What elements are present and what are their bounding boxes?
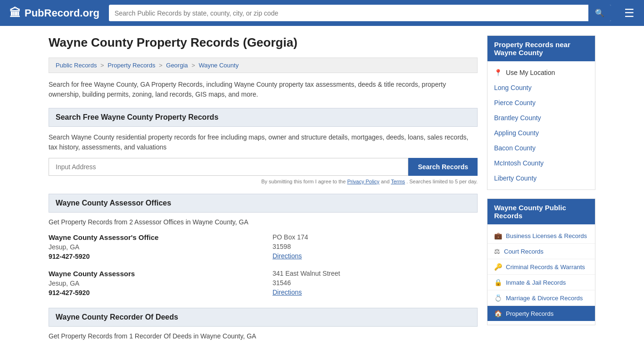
address-input[interactable]: [49, 158, 408, 176]
public-records-box-header: Wayne County Public Records: [487, 199, 595, 224]
marriage-records-label: Marriage & Divorce Records: [506, 295, 583, 302]
page-container: Wayne County Property Records (Georgia) …: [39, 26, 605, 349]
office-name-1: Wayne County Assessor's Office: [49, 233, 254, 241]
court-records-label: Court Records: [504, 248, 544, 255]
pub-item-criminal-records[interactable]: 🔑 Criminal Records & Warrants: [487, 259, 595, 275]
office-zip-1: 31598: [272, 243, 478, 250]
breadcrumb-sep-2: >: [159, 62, 164, 69]
breadcrumb-wayne-county[interactable]: Wayne County: [198, 62, 239, 69]
brantley-county-label: Brantley County: [494, 114, 541, 122]
sidebar-item-pierce-county[interactable]: Pierce County: [487, 95, 595, 110]
site-logo[interactable]: 🏛 PubRecord.org: [9, 7, 99, 20]
office-name-2: Wayne County Assessors: [49, 270, 254, 278]
appling-county-label: Appling County: [494, 129, 539, 137]
inmate-records-label: Inmate & Jail Records: [506, 279, 566, 286]
logo-text: PubRecord.org: [25, 7, 99, 19]
office-city-2: Jesup, GA: [49, 280, 254, 287]
property-icon: 🏠: [494, 310, 502, 317]
use-location-label: Use My Location: [506, 69, 555, 76]
sidebar-item-bacon-county[interactable]: Bacon County: [487, 140, 595, 156]
long-county-label: Long County: [494, 84, 531, 91]
hamburger-menu-icon[interactable]: ☰: [624, 7, 635, 20]
office-entry-1: Wayne County Assessor's Office Jesup, GA…: [49, 233, 478, 260]
header-search-button[interactable]: 🔍: [588, 5, 611, 21]
location-pin-icon: 📍: [494, 69, 502, 76]
office-address-1: PO Box 174: [272, 233, 478, 241]
sidebar-item-appling-county[interactable]: Appling County: [487, 125, 595, 140]
disclaimer-and: and: [381, 179, 391, 184]
logo-icon: 🏛: [9, 7, 21, 20]
recorder-section: Wayne County Recorder Of Deeds Get Prope…: [49, 308, 478, 340]
criminal-icon: 🔑: [494, 263, 502, 271]
search-icon: 🔍: [595, 9, 604, 17]
office-zip-2: 31546: [272, 279, 478, 287]
marriage-icon: 💍: [494, 294, 502, 302]
assessor-section-header: Wayne County Assessor Offices: [49, 194, 478, 213]
header-search-bar: 🔍: [109, 5, 611, 21]
criminal-records-label: Criminal Records & Warrants: [506, 263, 585, 271]
office-row-2: Wayne County Assessors Jesup, GA 912-427…: [49, 270, 478, 296]
court-icon: ⚖: [494, 247, 500, 255]
property-records-label: Property Records: [506, 310, 553, 317]
breadcrumb-public-records[interactable]: Public Records: [56, 62, 97, 69]
office-entry-2: Wayne County Assessors Jesup, GA 912-427…: [49, 270, 478, 296]
office-address-2: 341 East Walnut Street: [272, 270, 478, 277]
pierce-county-label: Pierce County: [494, 99, 536, 107]
directions-link-2[interactable]: Directions: [272, 288, 302, 296]
assessor-section: Wayne County Assessor Offices Get Proper…: [49, 194, 478, 296]
office-right-2: 341 East Walnut Street 31546 Directions: [272, 270, 478, 296]
office-city-1: Jesup, GA: [49, 243, 254, 251]
breadcrumb-property-records[interactable]: Property Records: [107, 62, 155, 69]
office-right-1: PO Box 174 31598 Directions: [272, 233, 478, 260]
main-content: Wayne County Property Records (Georgia) …: [49, 35, 478, 340]
business-icon: 💼: [494, 232, 502, 239]
address-search-form: Search Records: [49, 158, 478, 176]
page-description: Search for free Wayne County, GA Propert…: [49, 80, 478, 99]
public-records-box: Wayne County Public Records 💼 Business L…: [487, 198, 595, 325]
pub-item-business-licenses[interactable]: 💼 Business Licenses & Records: [487, 228, 595, 244]
office-phone-1: 912-427-5920: [49, 253, 254, 260]
liberty-county-label: Liberty County: [494, 174, 537, 182]
pub-item-marriage-records[interactable]: 💍 Marriage & Divorce Records: [487, 290, 595, 306]
recorder-intro: Get Property Records from 1 Recorder Of …: [49, 332, 478, 340]
office-left-1: Wayne County Assessor's Office Jesup, GA…: [49, 233, 254, 260]
public-records-box-body: 💼 Business Licenses & Records ⚖ Court Re…: [487, 224, 595, 325]
office-row-1: Wayne County Assessor's Office Jesup, GA…: [49, 233, 478, 260]
breadcrumb-sep-3: >: [191, 62, 197, 69]
nearby-box-body: 📍 Use My Location Long County Pierce Cou…: [487, 61, 595, 189]
sidebar-item-use-location[interactable]: 📍 Use My Location: [487, 65, 595, 80]
office-left-2: Wayne County Assessors Jesup, GA 912-427…: [49, 270, 254, 296]
pub-item-inmate-records[interactable]: 🔒 Inmate & Jail Records: [487, 275, 595, 290]
form-disclaimer: By submitting this form I agree to the P…: [49, 179, 478, 184]
terms-link[interactable]: Terms: [391, 179, 405, 184]
pub-item-property-records[interactable]: 🏠 Property Records: [487, 306, 595, 321]
sidebar-item-brantley-county[interactable]: Brantley County: [487, 110, 595, 125]
disclaimer-text: By submitting this form I agree to the: [261, 179, 347, 184]
privacy-policy-link[interactable]: Privacy Policy: [347, 179, 379, 184]
search-section: Search Free Wayne County Property Record…: [49, 108, 478, 184]
sidebar: Property Records near Wayne County 📍 Use…: [487, 35, 595, 340]
header-search-input[interactable]: [109, 6, 588, 21]
sidebar-item-mcintosh-county[interactable]: McIntosh County: [487, 156, 595, 171]
search-description: Search Wayne County residential property…: [49, 132, 478, 152]
assessor-intro: Get Property Records from 2 Assessor Off…: [49, 218, 478, 226]
mcintosh-county-label: McIntosh County: [494, 159, 544, 167]
disclaimer-end: . Searches limited to 5 per day.: [406, 179, 478, 184]
search-records-button[interactable]: Search Records: [408, 158, 478, 176]
directions-link-1[interactable]: Directions: [272, 252, 302, 260]
breadcrumb: Public Records > Property Records > Geor…: [49, 58, 478, 73]
search-section-header: Search Free Wayne County Property Record…: [49, 108, 478, 127]
business-licenses-label: Business Licenses & Records: [506, 232, 587, 239]
pub-item-court-records[interactable]: ⚖ Court Records: [487, 244, 595, 259]
nearby-box: Property Records near Wayne County 📍 Use…: [487, 35, 595, 190]
nearby-box-header: Property Records near Wayne County: [487, 36, 595, 61]
bacon-county-label: Bacon County: [494, 144, 536, 152]
office-phone-2: 912-427-5920: [49, 289, 254, 296]
page-title: Wayne County Property Records (Georgia): [49, 35, 478, 50]
recorder-section-header: Wayne County Recorder Of Deeds: [49, 308, 478, 327]
breadcrumb-sep-1: >: [100, 62, 106, 69]
sidebar-item-liberty-county[interactable]: Liberty County: [487, 171, 595, 186]
breadcrumb-georgia[interactable]: Georgia: [166, 62, 188, 69]
sidebar-item-long-county[interactable]: Long County: [487, 80, 595, 95]
inmate-icon: 🔒: [494, 279, 502, 286]
